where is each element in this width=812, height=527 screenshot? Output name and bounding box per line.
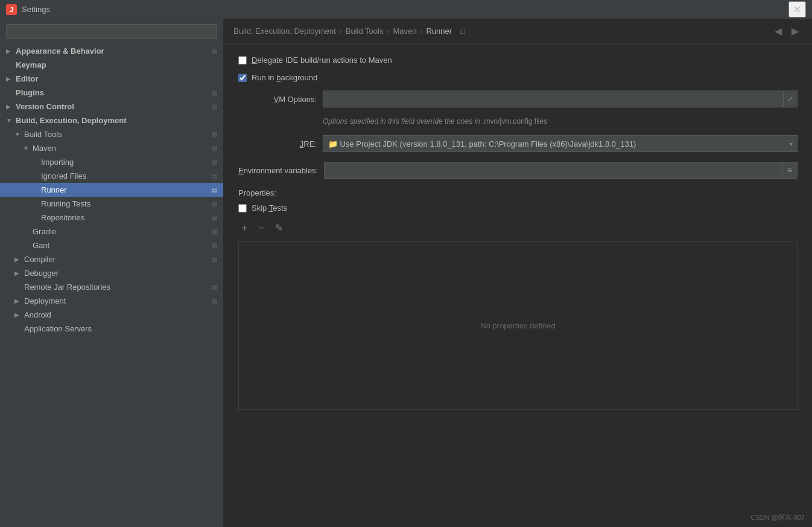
settings-icon: ▤	[212, 103, 217, 110]
settings-icon: ▤	[212, 242, 217, 249]
sidebar-item-label: Importing	[41, 158, 74, 167]
breadcrumb-separator: ›	[420, 27, 422, 36]
no-properties-text: No properties defined	[480, 321, 555, 330]
search-wrapper: ⌕	[6, 24, 217, 39]
sidebar-item-build-exec-deploy[interactable]: ▼ Build, Execution, Deployment	[0, 113, 223, 127]
sidebar-item-label: Gradle	[33, 227, 56, 236]
vm-options-hint: Options specified in this field override…	[323, 117, 798, 126]
sidebar-item-label: Build, Execution, Deployment	[16, 116, 126, 125]
settings-icon: ▤	[212, 145, 217, 152]
sidebar-item-ignored-files[interactable]: Ignored Files ▤	[0, 169, 223, 183]
sidebar-item-label: Plugins	[16, 88, 44, 97]
sidebar-item-label: Ignored Files	[41, 171, 86, 180]
sidebar-item-remote-jar[interactable]: Remote Jar Repositories ▤	[0, 280, 223, 294]
sidebar-item-importing[interactable]: Importing ▤	[0, 155, 223, 169]
watermark: CSDN @阿东-007	[751, 513, 805, 522]
chevron-right-icon: ▶	[14, 256, 22, 263]
vm-options-input-wrapper: ⤢	[323, 91, 798, 107]
sidebar-item-android[interactable]: ▶ Android	[0, 308, 223, 322]
skip-tests-row: Skip Tests	[238, 203, 798, 212]
sidebar-item-compiler[interactable]: ▶ Compiler ▤	[0, 252, 223, 266]
sidebar-item-repositories[interactable]: Repositories ▤	[0, 211, 223, 225]
sidebar-item-keymap[interactable]: Keymap	[0, 58, 223, 72]
delegate-ide-label[interactable]: Delegate IDE build/run actions to Maven	[252, 56, 392, 65]
settings-icon: ▤	[212, 228, 217, 235]
sidebar-item-label: Android	[24, 310, 51, 319]
sidebar-item-label: Build Tools	[24, 130, 62, 139]
sidebar-item-label: Remote Jar Repositories	[24, 283, 110, 292]
env-vars-label: Environment variables:	[238, 166, 318, 175]
sidebar-item-debugger[interactable]: ▶ Debugger	[0, 266, 223, 280]
title-bar: J Settings ✕	[0, 0, 812, 19]
sidebar-item-label: Deployment	[24, 296, 66, 305]
vm-options-expand-button[interactable]: ⤢	[784, 91, 798, 107]
env-vars-input[interactable]	[324, 162, 782, 179]
chevron-down-icon: ▼	[6, 117, 13, 124]
sidebar-item-label: Running Tests	[41, 199, 90, 208]
sidebar-item-label: Debugger	[24, 269, 59, 278]
skip-tests-checkbox[interactable]	[238, 204, 247, 212]
chevron-down-icon: ▼	[14, 131, 22, 138]
content-area: Build, Execution, Deployment › Build Too…	[224, 19, 812, 527]
jre-select-wrapper: 📁 Use Project JDK (version 1.8.0_131, pa…	[323, 135, 798, 152]
sidebar: ⌕ ▶ Appearance & Behavior ▤ Keymap ▶ Edi…	[0, 19, 224, 527]
sidebar-item-version-control[interactable]: ▶ Version Control ▤	[0, 100, 223, 113]
delegate-ide-row: Delegate IDE build/run actions to Maven	[238, 56, 798, 65]
breadcrumb-separator: ›	[387, 27, 389, 36]
sidebar-item-deployment[interactable]: ▶ Deployment ▤	[0, 294, 223, 308]
chevron-right-icon: ▶	[14, 311, 22, 318]
remove-property-button[interactable]: −	[255, 221, 267, 235]
sidebar-item-gradle[interactable]: Gradle ▤	[0, 225, 223, 238]
properties-toolbar: + − ✎	[238, 221, 798, 235]
vm-options-label: VM Options:	[238, 95, 317, 104]
jre-label: JRE:	[238, 139, 317, 149]
run-in-background-checkbox[interactable]	[238, 74, 247, 82]
sidebar-item-label: Repositories	[41, 213, 84, 222]
pin-icon: □	[460, 27, 465, 36]
close-button[interactable]: ✕	[788, 1, 806, 18]
edit-property-button[interactable]: ✎	[271, 221, 287, 235]
env-vars-input-wrapper: ≡	[324, 162, 798, 179]
env-vars-row: Environment variables: ≡	[238, 162, 798, 179]
search-box: ⌕	[0, 19, 223, 44]
properties-section: Properties: Skip Tests + − ✎ No properti	[238, 188, 798, 410]
forward-button[interactable]: ▶	[788, 24, 802, 38]
sidebar-item-maven[interactable]: ▼ Maven ▤	[0, 141, 223, 155]
search-input[interactable]	[6, 24, 217, 39]
run-in-background-label[interactable]: Run in background	[252, 73, 317, 82]
window-title: Settings	[22, 5, 50, 14]
jre-select[interactable]: 📁 Use Project JDK (version 1.8.0_131, pa…	[323, 135, 798, 152]
breadcrumb-bar: Build, Execution, Deployment › Build Too…	[224, 19, 812, 43]
sidebar-item-label: Compiler	[24, 255, 56, 264]
chevron-down-icon: ▼	[23, 145, 30, 152]
breadcrumb-item-maven: Maven	[393, 27, 416, 36]
settings-icon: ▤	[212, 173, 217, 179]
sidebar-item-plugins[interactable]: Plugins ▤	[0, 86, 223, 100]
skip-tests-label[interactable]: Skip Tests	[252, 203, 287, 212]
sidebar-item-app-servers[interactable]: Application Servers	[0, 322, 223, 336]
settings-icon: ▤	[212, 284, 217, 290]
sidebar-item-label: Runner	[41, 185, 67, 194]
sidebar-item-runner[interactable]: Runner ▤	[0, 183, 223, 197]
sidebar-item-gant[interactable]: Gant ▤	[0, 238, 223, 252]
chevron-right-icon: ▶	[6, 75, 13, 82]
settings-icon: ▤	[212, 200, 217, 207]
add-property-button[interactable]: +	[238, 221, 251, 235]
sidebar-item-label: Editor	[16, 74, 39, 83]
sidebar-item-label: Gant	[33, 241, 49, 250]
settings-icon: ▤	[212, 131, 217, 138]
chevron-right-icon: ▶	[6, 103, 13, 110]
sidebar-item-editor[interactable]: ▶ Editor	[0, 72, 223, 86]
delegate-ide-checkbox[interactable]	[238, 56, 247, 65]
vm-options-input[interactable]	[323, 91, 784, 107]
breadcrumb-item-build-tools: Build Tools	[346, 27, 384, 36]
chevron-right-icon: ▶	[14, 270, 22, 276]
sidebar-item-appearance[interactable]: ▶ Appearance & Behavior ▤	[0, 44, 223, 58]
settings-icon: ▤	[212, 159, 217, 165]
sidebar-item-running-tests[interactable]: Running Tests ▤	[0, 197, 223, 211]
env-vars-edit-button[interactable]: ≡	[782, 162, 798, 179]
title-bar-left: J Settings	[6, 4, 50, 15]
back-button[interactable]: ◀	[771, 24, 785, 38]
sidebar-item-build-tools[interactable]: ▼ Build Tools ▤	[0, 127, 223, 141]
sidebar-item-label: Maven	[33, 144, 56, 153]
